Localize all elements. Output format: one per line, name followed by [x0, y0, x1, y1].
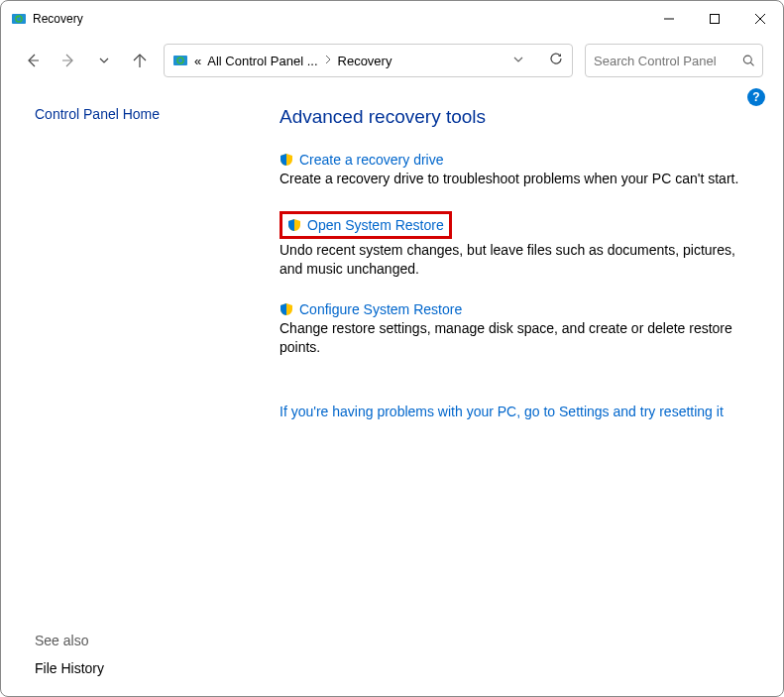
arrow-left-icon — [24, 52, 42, 69]
open-system-restore-link[interactable]: Open System Restore — [307, 217, 444, 233]
main-content: ? Advanced recovery tools Create a recov… — [244, 84, 783, 696]
tool-create-recovery-drive: Create a recovery drive Create a recover… — [280, 152, 755, 189]
svg-rect-3 — [711, 15, 720, 24]
up-button[interactable] — [128, 49, 152, 72]
shield-icon — [287, 218, 301, 232]
control-panel-home-link[interactable]: Control Panel Home — [35, 106, 224, 122]
close-button[interactable] — [737, 3, 783, 35]
search-input[interactable] — [594, 54, 736, 68]
help-button[interactable]: ? — [747, 88, 765, 106]
breadcrumb-parent[interactable]: All Control Panel ... — [207, 54, 317, 68]
file-history-link[interactable]: File History — [35, 660, 224, 676]
chevron-down-icon — [512, 54, 524, 65]
search-icon — [742, 54, 754, 67]
tool-configure-system-restore: Configure System Restore Change restore … — [280, 301, 755, 358]
sidebar: Control Panel Home See also File History — [1, 84, 244, 696]
window-root: Recovery — [0, 0, 784, 697]
window-title: Recovery — [33, 12, 646, 26]
see-also-header: See also — [35, 633, 224, 648]
tool-desc: Undo recent system changes, but leave fi… — [280, 241, 755, 280]
shield-icon — [280, 153, 293, 167]
maximize-icon — [710, 14, 720, 24]
minimize-icon — [664, 14, 674, 24]
address-bar[interactable]: « All Control Panel ... Recovery — [164, 44, 573, 77]
recovery-icon — [172, 53, 188, 68]
close-icon — [755, 14, 765, 24]
toolbar: « All Control Panel ... Recovery — [1, 37, 783, 84]
minimize-button[interactable] — [646, 3, 692, 35]
recent-dropdown[interactable] — [92, 49, 116, 72]
search-box[interactable] — [585, 44, 763, 77]
chevron-down-icon — [98, 55, 110, 66]
arrow-right-icon — [59, 52, 77, 69]
breadcrumb-current[interactable]: Recovery — [338, 54, 392, 68]
back-button[interactable] — [21, 49, 45, 72]
highlight-annotation: Open System Restore — [280, 211, 452, 239]
page-title: Advanced recovery tools — [280, 106, 755, 128]
address-dropdown[interactable] — [512, 52, 524, 69]
shield-icon — [280, 302, 293, 316]
tool-desc: Create a recovery drive to troubleshoot … — [280, 170, 755, 189]
recovery-app-icon — [11, 11, 27, 27]
maximize-button[interactable] — [692, 3, 737, 35]
help-icon: ? — [752, 90, 759, 104]
breadcrumb-prefix: « — [194, 54, 201, 68]
reset-pc-link[interactable]: If you're having problems with your PC, … — [280, 404, 724, 419]
titlebar: Recovery — [1, 1, 783, 37]
tool-open-system-restore: Open System Restore Undo recent system c… — [280, 211, 755, 280]
tool-desc: Change restore settings, manage disk spa… — [280, 319, 755, 358]
svg-point-11 — [743, 56, 751, 63]
svg-line-12 — [750, 62, 753, 65]
arrow-up-icon — [131, 52, 149, 69]
configure-system-restore-link[interactable]: Configure System Restore — [299, 301, 462, 317]
refresh-icon — [548, 51, 564, 66]
window-controls — [646, 3, 783, 35]
create-recovery-drive-link[interactable]: Create a recovery drive — [299, 152, 444, 168]
content-area: Control Panel Home See also File History… — [1, 84, 783, 696]
forward-button[interactable] — [56, 49, 80, 72]
chevron-right-icon — [324, 54, 332, 67]
refresh-button[interactable] — [548, 51, 564, 70]
